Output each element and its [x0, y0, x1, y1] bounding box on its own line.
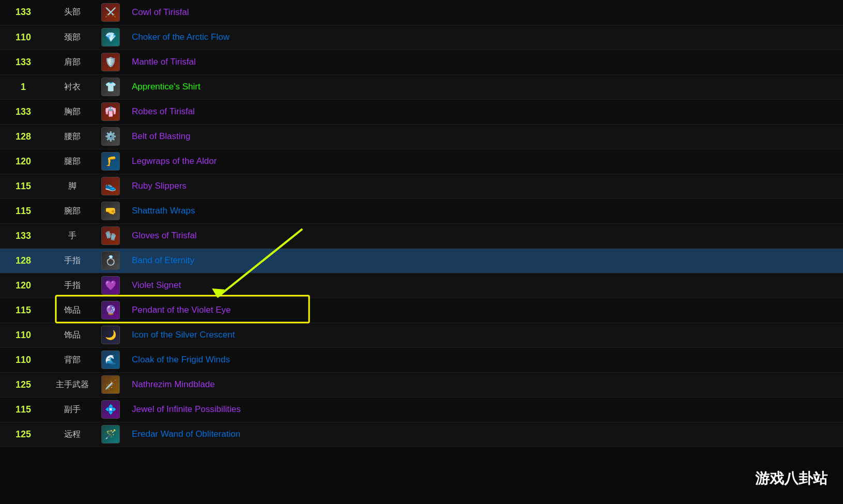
table-row: 133 肩部 🛡️ Mantle of Tirisfal	[0, 50, 843, 74]
cell-slot: 主手武器	[47, 372, 98, 397]
cell-icon: 💠	[98, 397, 124, 422]
table-row: 115 腕部 🤜 Shattrath Wraps	[0, 198, 843, 223]
cell-slot: 手指	[47, 248, 98, 273]
cell-icon: ⚙️	[98, 124, 124, 149]
cell-slot: 副手	[47, 397, 98, 422]
cell-item-name[interactable]: Mantle of Tirisfal	[124, 50, 843, 74]
item-icon: 👟	[101, 177, 120, 195]
table-row: 133 头部 ⚔️ Cowl of Tirisfal	[0, 0, 843, 25]
cell-slot: 胸部	[47, 99, 98, 124]
cell-item-name[interactable]: Robes of Tirisfal	[124, 99, 843, 124]
item-icon: 🪄	[101, 425, 120, 444]
cell-icon: 🛡️	[98, 50, 124, 74]
item-icon: 🗡️	[101, 375, 120, 394]
cell-icon: 🧤	[98, 223, 124, 248]
cell-icon: 👕	[98, 74, 124, 99]
cell-item-name[interactable]: Gloves of Tirisfal	[124, 223, 843, 248]
item-icon: 💜	[101, 276, 120, 295]
cell-slot: 背部	[47, 347, 98, 372]
table-row: 133 手 🧤 Gloves of Tirisfal	[0, 223, 843, 248]
cell-slot: 饰品	[47, 323, 98, 347]
cell-item-name[interactable]: Ruby Slippers	[124, 174, 843, 198]
cell-item-name[interactable]: Choker of the Arctic Flow	[124, 25, 843, 50]
item-icon: 💠	[101, 400, 120, 419]
cell-icon: 🗡️	[98, 372, 124, 397]
cell-slot: 远程	[47, 422, 98, 447]
table-row: 110 饰品 🌙 Icon of the Silver Crescent	[0, 323, 843, 347]
cell-level: 110	[0, 25, 47, 50]
item-icon: 🤜	[101, 202, 120, 220]
cell-item-name[interactable]: Nathrezim Mindblade	[124, 372, 843, 397]
cell-level: 125	[0, 372, 47, 397]
cell-icon: 💍	[98, 248, 124, 273]
cell-item-name[interactable]: Jewel of Infinite Possibilities	[124, 397, 843, 422]
cell-level: 128	[0, 124, 47, 149]
item-icon: ⚔️	[101, 3, 120, 22]
table-row: 120 手指 💜 Violet Signet	[0, 273, 843, 298]
cell-level: 133	[0, 99, 47, 124]
table-row: 110 背部 🌊 Cloak of the Frigid Winds	[0, 347, 843, 372]
cell-level: 133	[0, 223, 47, 248]
cell-level: 128	[0, 248, 47, 273]
cell-level: 125	[0, 422, 47, 447]
item-icon: 🦵	[101, 152, 120, 171]
cell-item-name[interactable]: Eredar Wand of Obliteration	[124, 422, 843, 447]
cell-icon: 🌊	[98, 347, 124, 372]
item-icon: ⚙️	[101, 127, 120, 146]
cell-slot: 手指	[47, 273, 98, 298]
cell-item-name[interactable]: Cloak of the Frigid Winds	[124, 347, 843, 372]
cell-item-name[interactable]: Band of Eternity	[124, 248, 843, 273]
cell-icon: 🤜	[98, 198, 124, 223]
cell-level: 110	[0, 323, 47, 347]
watermark-text: 游戏八卦站	[755, 469, 827, 488]
cell-level: 133	[0, 50, 47, 74]
cell-icon: 👘	[98, 99, 124, 124]
item-icon: 👕	[101, 78, 120, 96]
cell-icon: 💜	[98, 273, 124, 298]
equipment-table: 133 头部 ⚔️ Cowl of Tirisfal 110 颈部 💎 Chok…	[0, 0, 843, 447]
cell-icon: 👟	[98, 174, 124, 198]
cell-slot: 手	[47, 223, 98, 248]
item-icon: 🌊	[101, 350, 120, 369]
item-icon: 🛡️	[101, 53, 120, 71]
cell-icon: 🪄	[98, 422, 124, 447]
table-row: 128 手指 💍 Band of Eternity	[0, 248, 843, 273]
cell-level: 120	[0, 273, 47, 298]
equipment-table-wrapper: 133 头部 ⚔️ Cowl of Tirisfal 110 颈部 💎 Chok…	[0, 0, 843, 447]
cell-level: 115	[0, 397, 47, 422]
cell-level: 115	[0, 298, 47, 323]
cell-item-name[interactable]: Violet Signet	[124, 273, 843, 298]
cell-item-name[interactable]: Cowl of Tirisfal	[124, 0, 843, 25]
item-icon: 🌙	[101, 326, 120, 344]
cell-level: 120	[0, 149, 47, 174]
cell-level: 133	[0, 0, 47, 25]
table-row: 120 腿部 🦵 Legwraps of the Aldor	[0, 149, 843, 174]
cell-item-name[interactable]: Apprentice's Shirt	[124, 74, 843, 99]
cell-icon: 🌙	[98, 323, 124, 347]
table-row: 115 副手 💠 Jewel of Infinite Possibilities	[0, 397, 843, 422]
item-icon: 🧤	[101, 226, 120, 245]
cell-slot: 衬衣	[47, 74, 98, 99]
item-icon: 💎	[101, 28, 120, 47]
cell-level: 115	[0, 174, 47, 198]
cell-slot: 颈部	[47, 25, 98, 50]
cell-slot: 头部	[47, 0, 98, 25]
cell-item-name[interactable]: Belt of Blasting	[124, 124, 843, 149]
cell-item-name[interactable]: Legwraps of the Aldor	[124, 149, 843, 174]
table-row: 115 饰品 🔮 Pendant of the Violet Eye	[0, 298, 843, 323]
cell-item-name[interactable]: Icon of the Silver Crescent	[124, 323, 843, 347]
cell-item-name[interactable]: Shattrath Wraps	[124, 198, 843, 223]
cell-level: 115	[0, 198, 47, 223]
cell-icon: 🔮	[98, 298, 124, 323]
table-row: 110 颈部 💎 Choker of the Arctic Flow	[0, 25, 843, 50]
cell-item-name[interactable]: Pendant of the Violet Eye	[124, 298, 843, 323]
cell-slot: 腿部	[47, 149, 98, 174]
cell-slot: 饰品	[47, 298, 98, 323]
table-row: 115 脚 👟 Ruby Slippers	[0, 174, 843, 198]
cell-icon: ⚔️	[98, 0, 124, 25]
cell-icon: 💎	[98, 25, 124, 50]
cell-slot: 肩部	[47, 50, 98, 74]
cell-slot: 腰部	[47, 124, 98, 149]
cell-icon: 🦵	[98, 149, 124, 174]
cell-level: 1	[0, 74, 47, 99]
